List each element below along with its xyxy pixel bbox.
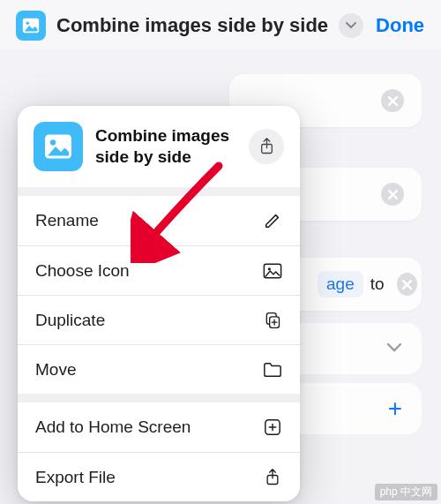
menu-header: Combine images side by side [18,106,300,187]
done-button[interactable]: Done [374,14,426,37]
svg-point-3 [50,139,56,145]
close-icon [402,280,412,290]
remove-action-button[interactable] [381,89,404,112]
menu-label: Export File [35,468,116,487]
menu-app-icon [34,122,83,171]
remove-action-button[interactable] [397,273,417,296]
folder-icon [261,361,282,379]
shortcut-context-menu: Combine images side by side Rename Choos… [18,106,300,501]
menu-label: Choose Icon [35,261,130,281]
svg-point-6 [268,267,271,270]
menu-label: Add to Home Screen [35,417,191,437]
remove-action-button[interactable] [381,183,404,206]
menu-item-export[interactable]: Export File [18,452,300,501]
close-icon [388,190,398,199]
shortcut-title: Combine images side by side [56,14,328,37]
image-icon [21,16,41,35]
shortcut-app-icon [16,11,46,41]
watermark: php 中文网 [375,484,437,500]
title-menu-toggle[interactable] [339,13,363,38]
pencil-icon [261,212,282,229]
menu-item-duplicate[interactable]: Duplicate [18,295,300,344]
picture-icon [261,262,282,280]
add-action-button[interactable]: + [388,396,402,421]
title-bar: Combine images side by side Done [0,0,441,49]
chevron-down-icon [346,22,356,29]
share-icon [259,138,274,155]
export-icon [261,469,282,486]
variable-pill[interactable]: age [318,271,363,297]
share-button[interactable] [249,129,284,164]
menu-item-move[interactable]: Move [18,344,300,394]
duplicate-icon [261,312,282,329]
menu-separator [18,187,300,196]
menu-title: Combine images side by side [95,125,236,168]
menu-label: Rename [35,211,99,230]
content-area: age to + Show Notification [0,49,441,67]
menu-item-rename[interactable]: Rename [18,196,300,245]
chevron-down-icon [386,342,402,353]
plus-box-icon [261,418,282,436]
connector-text: to [370,275,385,294]
menu-item-choose-icon[interactable]: Choose Icon [18,245,300,295]
menu-item-add-home[interactable]: Add to Home Screen [18,402,300,452]
svg-point-1 [26,21,30,25]
menu-separator [18,394,300,402]
close-icon [388,96,398,106]
expand-chevron[interactable] [386,341,402,357]
menu-label: Move [35,360,76,380]
menu-label: Duplicate [35,311,105,330]
image-icon [42,131,74,162]
